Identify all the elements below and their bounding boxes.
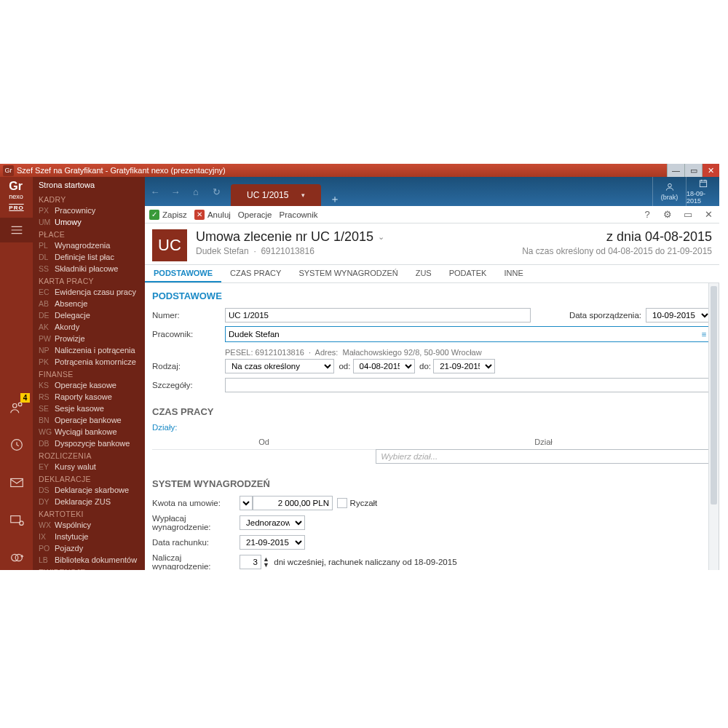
sidebar-item[interactable]: DBDyspozycje bankowe bbox=[33, 438, 145, 449]
sidebar-group: FINANSE bbox=[33, 368, 145, 379]
sidebar-item[interactable]: BNOperacje bankowe bbox=[33, 414, 145, 426]
label-do: do: bbox=[419, 362, 431, 371]
brand: Gr nexo PRO bbox=[9, 177, 23, 213]
label-naliczaj: Naliczaj wynagrodzenie: bbox=[152, 553, 240, 570]
sidebar-item[interactable]: SESesje kasowe bbox=[33, 403, 145, 414]
label-dzialy: Działy: bbox=[152, 423, 711, 432]
input-szczegoly[interactable] bbox=[225, 378, 711, 392]
refresh-icon[interactable]: ↻ bbox=[206, 177, 226, 206]
scrollbar[interactable] bbox=[708, 283, 719, 570]
tab-podstawowe[interactable]: PODSTAWOWE bbox=[145, 265, 221, 282]
document-tab[interactable]: UC 1/2015 ▾ bbox=[231, 184, 321, 206]
help-icon[interactable]: ? bbox=[641, 209, 654, 220]
svg-rect-4 bbox=[10, 515, 20, 522]
svg-point-0 bbox=[12, 403, 17, 408]
tab-wynagrodzen[interactable]: SYSTEM WYNAGRODZEŃ bbox=[290, 265, 406, 282]
minimize-button[interactable]: — bbox=[667, 164, 684, 177]
select-do[interactable]: 21-09-2015 bbox=[433, 359, 495, 373]
sidebar-item[interactable]: RSRaporty kasowe bbox=[33, 391, 145, 403]
input-numer[interactable] bbox=[225, 308, 531, 323]
select-wyplacaj[interactable]: Jednorazowo bbox=[240, 515, 305, 530]
select-data-rachunku[interactable]: 21-09-2015 bbox=[240, 535, 305, 550]
certificate-icon[interactable] bbox=[0, 508, 33, 533]
doc-subtitle: Dudek Stefan · 69121013816 bbox=[196, 246, 513, 256]
tab-inne[interactable]: INNE bbox=[495, 265, 531, 282]
tab-zus[interactable]: ZUS bbox=[407, 265, 440, 282]
users-icon[interactable] bbox=[0, 395, 33, 420]
sidebar-start[interactable]: Strona startowa bbox=[33, 177, 145, 193]
sidebar-item[interactable]: DLDefinicje list płac bbox=[33, 251, 145, 263]
doc-title[interactable]: Umowa zlecenie nr UC 1/2015 ⌄ bbox=[196, 229, 513, 245]
label-szczegoly: Szczegóły: bbox=[152, 381, 225, 389]
doc-type-badge: UC bbox=[152, 229, 187, 261]
worker-menu[interactable]: Pracownik bbox=[280, 210, 318, 219]
pick-dzial[interactable]: Wybierz dział... bbox=[376, 449, 711, 464]
input-kwota[interactable] bbox=[253, 496, 333, 510]
home-icon[interactable]: ⌂ bbox=[186, 177, 206, 206]
save-button[interactable]: ✓ Zapisz bbox=[149, 210, 187, 220]
sidebar-item[interactable]: NPNaliczenia i potrącenia bbox=[33, 344, 145, 356]
nav-back-icon[interactable]: ← bbox=[145, 177, 165, 206]
clock-icon[interactable] bbox=[0, 432, 33, 457]
doc-period: Na czas określony od 04-08-2015 do 21-09… bbox=[522, 246, 712, 256]
cancel-button[interactable]: ✕ Anuluj bbox=[194, 210, 231, 220]
section-podstawowe: PODSTAWOWE bbox=[152, 290, 711, 301]
sidebar-item[interactable]: PWProwizje bbox=[33, 333, 145, 344]
close-button[interactable]: ✕ bbox=[702, 164, 719, 177]
operations-menu[interactable]: Operacje bbox=[238, 210, 272, 219]
kwota-dropdown[interactable] bbox=[240, 496, 253, 510]
sidebar-item[interactable]: LBBiblioteka dokumentów bbox=[33, 554, 145, 566]
sidebar-item[interactable]: ECEwidencja czasu pracy bbox=[33, 286, 145, 298]
sidebar-item[interactable]: UMUmowy bbox=[33, 216, 145, 228]
sidebar-group: KADRY bbox=[33, 193, 145, 205]
nav-fwd-icon[interactable]: → bbox=[165, 177, 186, 206]
toolbar: ✓ Zapisz ✕ Anuluj Operacje Pracownik ? ⚙… bbox=[145, 206, 719, 223]
chevron-down-icon: ⌄ bbox=[378, 232, 384, 242]
sidebar-item[interactable]: PLWynagrodzenia bbox=[33, 240, 145, 251]
svg-rect-9 bbox=[700, 181, 706, 187]
sidebar-item[interactable]: DSDeklaracje skarbowe bbox=[33, 484, 145, 496]
document-header: UC Umowa zlecenie nr UC 1/2015 ⌄ Dudek S… bbox=[145, 223, 719, 264]
sidebar-item[interactable]: IXInstytucje bbox=[33, 531, 145, 542]
sidebar-item[interactable]: DYDeklaracje ZUS bbox=[33, 496, 145, 507]
close-panel-icon[interactable]: ✕ bbox=[702, 209, 715, 220]
spinner-down-icon[interactable]: ▼ bbox=[263, 562, 269, 568]
select-rodzaj[interactable]: Na czas określony bbox=[225, 359, 334, 373]
user-capsule[interactable]: (brak) bbox=[652, 177, 686, 206]
sidebar-item[interactable]: PKPotrącenia komornicze bbox=[33, 356, 145, 368]
window-icon[interactable]: ▭ bbox=[681, 209, 695, 220]
add-circle-icon[interactable] bbox=[0, 545, 33, 570]
checkbox-ryczalt[interactable] bbox=[337, 498, 347, 508]
sidebar-item[interactable]: ABAbsencje bbox=[33, 298, 145, 309]
sidebar-item[interactable]: PXPracownicy bbox=[33, 205, 145, 216]
svg-point-8 bbox=[668, 183, 671, 187]
sidebar-item[interactable]: SSSkładniki płacowe bbox=[33, 263, 145, 274]
add-tab-button[interactable]: ＋ bbox=[325, 193, 344, 206]
chevron-down-icon: ▾ bbox=[301, 191, 305, 199]
maximize-button[interactable]: ▭ bbox=[684, 164, 702, 177]
sidebar-item[interactable]: POPojazdy bbox=[33, 542, 145, 554]
section-wynagrodzen: SYSTEM WYNAGRODZEŃ bbox=[152, 478, 711, 489]
tab-czas-pracy[interactable]: CZAS PRACY bbox=[221, 265, 290, 282]
sidebar-item[interactable]: WXWspólnicy bbox=[33, 519, 145, 531]
sidebar-item[interactable]: WGWyciągi bankowe bbox=[33, 426, 145, 438]
tab-podatek[interactable]: PODATEK bbox=[440, 265, 496, 282]
mail-icon[interactable] bbox=[0, 470, 33, 495]
input-naliczaj-dni[interactable] bbox=[240, 555, 261, 569]
select-data-sporzadzenia[interactable]: 10-09-2015 bbox=[646, 308, 711, 323]
label-kwota: Kwota na umowie: bbox=[152, 499, 240, 507]
date-capsule[interactable]: 18-09-2015 bbox=[686, 177, 719, 206]
sidebar-item[interactable]: DEDelegacje bbox=[33, 309, 145, 321]
sidebar-item[interactable]: KSOperacje kasowe bbox=[33, 379, 145, 391]
gear-icon[interactable]: ⚙ bbox=[661, 209, 674, 220]
input-pracownik[interactable]: ≡ bbox=[225, 326, 711, 342]
sidebar-group: PŁACE bbox=[33, 228, 145, 240]
hamburger-icon[interactable] bbox=[0, 218, 33, 242]
select-od[interactable]: 04-08-2015 bbox=[353, 359, 415, 373]
section-czas-pracy: CZAS PRACY bbox=[152, 406, 711, 417]
svg-point-7 bbox=[15, 555, 22, 561]
sidebar-item[interactable]: AKAkordy bbox=[33, 321, 145, 333]
naliczaj-suffix: dni wcześniej, rachunek naliczany od 18-… bbox=[274, 558, 456, 566]
label-wyplacaj: Wypłacaj wynagrodzenie: bbox=[152, 514, 240, 531]
sidebar-item[interactable]: EYKursy walut bbox=[33, 461, 145, 472]
